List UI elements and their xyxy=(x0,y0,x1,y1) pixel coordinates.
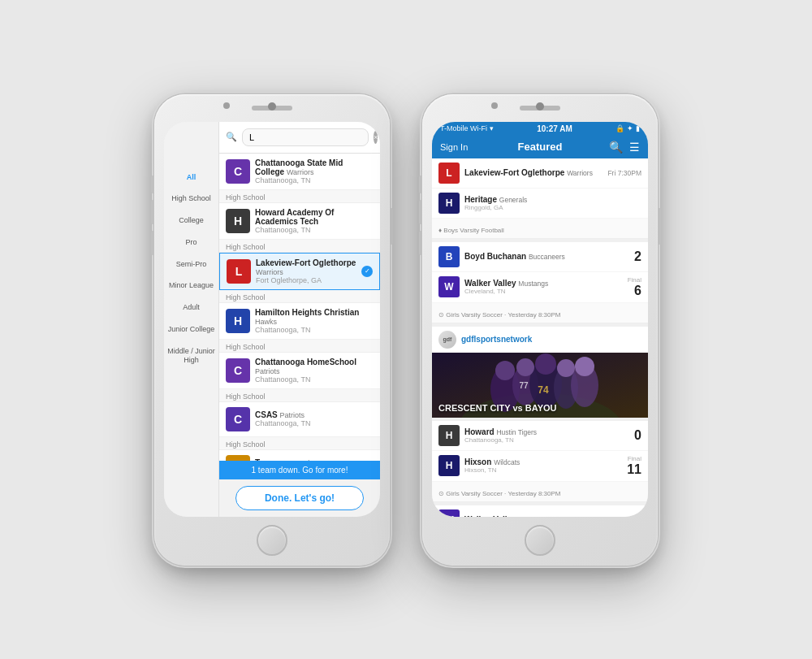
filter-college[interactable]: College xyxy=(164,210,218,232)
filter-adult[interactable]: Adult xyxy=(164,297,218,319)
status-bar-right: 🔒 ✦ ▮ xyxy=(615,124,640,132)
side-btn-mute-r xyxy=(419,176,422,193)
battery-icon: ▮ xyxy=(636,124,640,132)
side-btn-vol-down-r xyxy=(419,231,422,255)
game-meta3: ⊙ Girls Varsity Soccer · Yesterday 8:30P… xyxy=(432,482,648,502)
match-card-final1[interactable]: B Boyd Buchanan Buccaneers 2 W Walker xyxy=(432,242,648,323)
search-input[interactable] xyxy=(242,128,369,146)
app-header: Sign In Featured 🔍 ☰ xyxy=(432,136,648,158)
result-item-homeschool[interactable]: C Chattanooga HomeSchool Patriots Chatta… xyxy=(219,353,380,389)
search-icon: 🔍 xyxy=(226,132,237,142)
score-container-hixson: Final 11 xyxy=(625,455,641,477)
bottom-banner: 1 team down. Go for more! xyxy=(219,461,380,479)
team-name-boyd: Boyd Buchanan Buccaneers xyxy=(464,252,625,261)
left-screen: All High School College Pro Semi-Pro Min… xyxy=(164,122,380,517)
team-sub-howard: Chattanooga, TN xyxy=(464,436,625,444)
game-meta: ♦ Boys Varsity Football xyxy=(432,219,648,239)
side-btn-vol-up-r xyxy=(419,200,422,224)
team-info: Chattanooga State Mid College Warriors C… xyxy=(255,158,374,184)
team-info-hixson: Hixson Wildcats Hixson, TN xyxy=(464,457,625,474)
team-name-howard: Howard Hustin Tigers xyxy=(464,427,625,436)
selected-check: ✓ xyxy=(361,266,373,277)
filter-minorleague[interactable]: Minor League xyxy=(164,275,218,297)
sign-in-link[interactable]: Sign In xyxy=(440,142,489,152)
match-team-row-walker2: W Walker Valley Mustangs 3 xyxy=(432,505,648,517)
team-name-lf: Lakeview-Fort Oglethorpe Warriors xyxy=(464,168,607,177)
filter-all[interactable]: All xyxy=(164,167,218,189)
menu-icon-header[interactable]: ☰ xyxy=(629,141,640,154)
search-clear-button[interactable]: × xyxy=(374,131,378,144)
svg-point-12 xyxy=(575,357,594,376)
match-card-partial[interactable]: W Walker Valley Mustangs 3 xyxy=(432,505,648,517)
home-button-left[interactable] xyxy=(257,525,287,556)
team-logo: H xyxy=(226,309,250,333)
side-btn-vol-up xyxy=(151,200,154,224)
gdfl-logo: gdf xyxy=(438,331,456,349)
side-btn-vol-down xyxy=(151,231,154,255)
result-item-tennessee[interactable]: C Tennessee Cobras Chattanooga, TN xyxy=(219,450,380,461)
group-label: High School xyxy=(219,389,380,402)
team-name: Lakeview-Fort Oglethorpe Warriors xyxy=(256,258,361,276)
done-button[interactable]: Done. Let's go! xyxy=(235,486,364,510)
svg-point-11 xyxy=(557,359,575,377)
side-btn-mute xyxy=(151,176,154,193)
team-info-walker2: Walker Valley Mustangs xyxy=(464,515,625,517)
result-item-csas[interactable]: C CSAS Patriots Chattanooga, TN xyxy=(219,402,380,437)
score-hixson: 11 xyxy=(625,462,641,477)
score-container-boyd: 2 xyxy=(625,249,641,264)
team-name: CSAS Patriots xyxy=(255,410,374,419)
team-logo-walker: W xyxy=(438,276,460,297)
team-info: Lakeview-Fort Oglethorpe Warriors Fort O… xyxy=(256,258,361,284)
filter-middlejuniorhigh[interactable]: Middle / Junior High xyxy=(164,340,218,371)
team-info-lf: Lakeview-Fort Oglethorpe Warriors xyxy=(464,168,607,177)
video-thumbnail[interactable]: 74 77 CRESCENT CITY vs BAYOU xyxy=(432,353,648,418)
filter-pro[interactable]: Pro xyxy=(164,232,218,254)
team-logo: C xyxy=(226,407,250,431)
match-team-row-walker: W Walker Valley Mustangs Cleveland, TN F… xyxy=(432,272,648,303)
filter-highschool[interactable]: High School xyxy=(164,188,218,210)
camera-left xyxy=(268,102,276,111)
match-team-row-howard: H Howard Hustin Tigers Chattanooga, TN 0 xyxy=(432,421,648,451)
team-info: Howard Academy Of Academics Tech Chattan… xyxy=(255,208,374,234)
team-sub-heritage: Ringgold, GA xyxy=(464,204,641,211)
filter-juniorcollege[interactable]: Junior College xyxy=(164,319,218,340)
team-name-heritage: Heritage Generals xyxy=(464,195,641,204)
final-label2: Final xyxy=(628,455,641,462)
score-walker2: 3 xyxy=(625,513,641,517)
team-name: Howard Academy Of Academics Tech xyxy=(255,208,374,226)
match-card-upcoming[interactable]: L Lakeview-Fort Oglethorpe Warriors Fri … xyxy=(432,158,648,239)
group-label: High School xyxy=(219,437,380,450)
team-logo: H xyxy=(226,209,250,233)
match-card-final2[interactable]: H Howard Hustin Tigers Chattanooga, TN 0… xyxy=(432,421,648,502)
team-location: Fort Oglethorpe, GA xyxy=(256,276,361,284)
result-item[interactable]: C Chattanooga State Mid College Warriors… xyxy=(219,154,380,190)
team-info-howard: Howard Hustin Tigers Chattanooga, TN xyxy=(464,427,625,444)
right-phone: T-Mobile Wi-Fi ▾ 10:27 AM 🔒 ✦ ▮ Sign In … xyxy=(422,94,658,566)
search-bar: 🔍 × xyxy=(219,122,380,154)
score-howard: 0 xyxy=(625,428,641,443)
team-logo: C xyxy=(226,159,250,184)
result-item[interactable]: H Howard Academy Of Academics Tech Chatt… xyxy=(219,203,380,240)
result-item-hamilton[interactable]: H Hamilton Heights Christian Hawks Chatt… xyxy=(219,303,380,340)
final-label: Final xyxy=(628,276,641,284)
match-team-row-hixson: H Hixson Wildcats Hixson, TN Final 11 xyxy=(432,451,648,482)
team-sub-hixson: Hixson, TN xyxy=(464,466,625,474)
filter-semipro[interactable]: Semi-Pro xyxy=(164,254,218,275)
status-bar: T-Mobile Wi-Fi ▾ 10:27 AM 🔒 ✦ ▮ xyxy=(432,122,648,136)
right-screen: T-Mobile Wi-Fi ▾ 10:27 AM 🔒 ✦ ▮ Sign In … xyxy=(432,122,648,517)
team-info-boyd: Boyd Buchanan Buccaneers xyxy=(464,252,625,261)
team-name: Hamilton Heights Christian Hawks xyxy=(255,308,374,326)
team-location: Chattanooga, TN xyxy=(255,326,374,334)
search-icon-header[interactable]: 🔍 xyxy=(609,141,623,154)
home-button-right[interactable] xyxy=(525,525,555,556)
video-source: gdflsportsnetwork xyxy=(461,335,532,344)
team-logo: C xyxy=(226,455,250,461)
meta-text3: ⊙ Girls Varsity Soccer · Yesterday 8:30P… xyxy=(438,490,560,497)
team-info-walker: Walker Valley Mustangs Cleveland, TN xyxy=(464,279,625,295)
result-item-lakeview[interactable]: L Lakeview-Fort Oglethorpe Warriors Fort… xyxy=(219,253,380,290)
status-time: 10:27 AM xyxy=(537,124,572,133)
video-title: CRESCENT CITY vs BAYOU xyxy=(438,403,556,413)
status-bar-left: T-Mobile Wi-Fi ▾ xyxy=(440,124,494,132)
team-info: Hamilton Heights Christian Hawks Chattan… xyxy=(255,308,374,334)
video-card[interactable]: gdf gdflsportsnetwork xyxy=(432,327,648,418)
